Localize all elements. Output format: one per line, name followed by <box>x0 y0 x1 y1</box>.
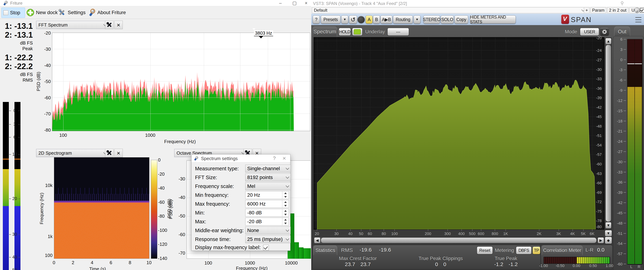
span-freq-tickmark <box>539 229 539 231</box>
span-freq-tick: 400 <box>456 231 467 236</box>
span-freq-tick: 6K <box>587 231 598 236</box>
fft-settings-button[interactable] <box>105 21 114 29</box>
span-db-tick: -48 <box>592 124 602 129</box>
tab-statistics[interactable]: Statistics <box>314 245 337 255</box>
span-freq-tick: 4K <box>567 231 578 236</box>
spin-down-button[interactable] <box>282 213 289 216</box>
correlation-bar <box>544 257 610 264</box>
routing-dropdown-button[interactable]: ▼ <box>414 15 420 24</box>
combo-value: 25 ms (Impulse) <box>247 236 283 242</box>
hold-button[interactable]: HOLD <box>339 28 351 36</box>
reaper-titlebar[interactable]: VST3: SPAN (Voxengo) - Track 4 "Aux Feed… <box>311 0 644 7</box>
tab-correlation-meter[interactable]: Correlation Meter <box>542 245 583 255</box>
routing-button[interactable]: Routing <box>393 15 413 24</box>
spin-up-button[interactable] <box>282 209 289 213</box>
combo-value: Mel <box>247 183 255 189</box>
io-button[interactable]: 2 in 2 out <box>607 7 628 13</box>
spin-down-button[interactable] <box>282 204 289 208</box>
tab-spectrum[interactable]: Spectrum <box>313 27 337 37</box>
spin-down-button[interactable] <box>282 222 289 225</box>
scroll-up-button[interactable]: ▲ <box>606 38 612 44</box>
reset-button[interactable]: Reset <box>477 246 493 254</box>
settings-gear-button[interactable] <box>600 28 609 36</box>
spectrogram-widget-selector[interactable]: 2D Spectrogram <box>36 149 109 157</box>
a-button[interactable]: A <box>366 15 372 24</box>
spin-up-button[interactable] <box>282 200 289 204</box>
fft-widget-selector[interactable]: FFT Spectrum <box>36 21 109 29</box>
dialog-combo-8[interactable]: 25 ms (Impulse) <box>245 235 290 243</box>
horizontal-scrollbar[interactable]: ◀ ▶ <box>314 237 604 244</box>
history-knob[interactable] <box>358 16 365 23</box>
spectrogram-close-button[interactable]: × <box>114 149 123 157</box>
scroll-left-button[interactable]: ◀ <box>314 237 320 243</box>
out-meter-tick: 3 <box>613 47 622 52</box>
presets-dropdown-button[interactable]: ▼ <box>341 15 348 24</box>
preset-value: Default <box>314 8 327 13</box>
pin-icon[interactable] <box>620 1 624 6</box>
spin-up-button[interactable] <box>282 218 289 222</box>
spin-up-button[interactable] <box>282 191 289 195</box>
wet-knob[interactable] <box>634 8 640 13</box>
preset-combo[interactable]: Default <box>312 7 586 13</box>
dialog-spinbox-5[interactable]: -80 dB <box>245 209 289 217</box>
settings-button[interactable]: Settings <box>56 8 87 18</box>
dialog-combo-7[interactable]: None <box>245 226 290 234</box>
stereo-button[interactable]: STEREO <box>424 15 440 24</box>
maximize-button[interactable]: ▢ <box>289 1 300 5</box>
spectrogram-ytick: 100 <box>44 253 52 258</box>
minimize-button[interactable]: – <box>275 1 286 5</box>
menu-hamburger-icon[interactable]: ——— <box>635 16 642 23</box>
spin-down-button[interactable] <box>282 195 289 199</box>
dialog-combo-1[interactable]: 8192 points <box>245 174 290 181</box>
dbfs-button[interactable]: DBFS <box>516 246 532 254</box>
solo-button[interactable]: SOLO <box>441 15 454 24</box>
dialog-spinbox-6[interactable]: -20 dB <box>245 218 289 225</box>
meter-scale-dash <box>9 111 11 111</box>
tab-out[interactable]: Out <box>614 27 630 37</box>
dialog-titlebar[interactable]: Spectrum settings ? × <box>192 155 290 162</box>
friture-titlebar[interactable]: Friture – ▢ × <box>0 0 311 6</box>
dialog-row-label: Max frequency: <box>195 201 230 207</box>
undo-button[interactable]: ↺ <box>349 15 357 24</box>
vertical-scrollbar[interactable]: ▲ ▼ <box>605 38 612 229</box>
scroll-down-button[interactable]: ▼ <box>606 222 612 228</box>
octave-bar <box>299 247 304 259</box>
fft-close-button[interactable]: × <box>114 21 123 29</box>
help-button[interactable]: ? <box>313 15 320 24</box>
dialog-combo-2[interactable]: Mel <box>245 182 290 190</box>
zoom-vertical-button[interactable]: ▼ <box>605 230 612 236</box>
about-label: About Friture <box>97 10 126 15</box>
presets-button[interactable]: Presets <box>321 15 340 24</box>
colorbar-tick: -20 <box>158 171 169 177</box>
about-button[interactable]: About Friture <box>87 8 128 18</box>
vertical-scrollbar-thumb[interactable] <box>606 45 611 222</box>
rms-label: RMS <box>341 247 353 253</box>
spectrum-color-swatch[interactable] <box>352 28 362 36</box>
preset-add-button[interactable]: + <box>584 7 590 13</box>
spectrogram-settings-button[interactable] <box>105 149 114 157</box>
dialog-close-button[interactable]: × <box>282 155 286 162</box>
fx-enable-checkbox[interactable] <box>640 8 644 13</box>
display-max-frequency-checkbox[interactable] <box>263 245 269 250</box>
close-button[interactable]: × <box>301 1 312 5</box>
dialog-help-button[interactable]: ? <box>273 156 276 161</box>
span-db-tick: -30 <box>592 67 602 72</box>
underlay-button[interactable]: --- <box>388 28 409 36</box>
dialog-spinbox-4[interactable]: 6000 Hz <box>245 200 289 208</box>
tp-button[interactable]: TP <box>532 246 540 254</box>
zoom-horizontal-button[interactable]: ◆ <box>605 237 612 244</box>
dialog-combo-0[interactable]: Single-channel <box>245 165 290 173</box>
copy-button[interactable]: Copy <box>454 15 468 24</box>
colorbar-tick: -140 <box>158 256 169 261</box>
a-to-b-button[interactable]: A▶B <box>380 15 392 24</box>
span-freq-tick: 40 <box>345 231 356 236</box>
b-button[interactable]: B <box>373 15 380 24</box>
hide-meters-button[interactable]: HIDE METERS AND STATS <box>470 15 516 24</box>
horizontal-scrollbar-thumb[interactable] <box>321 237 596 243</box>
new-dock-button[interactable]: New dock <box>25 8 60 18</box>
scroll-right-button[interactable]: ▶ <box>598 237 604 243</box>
mode-button[interactable]: USER <box>580 28 599 36</box>
param-button[interactable]: Param <box>590 7 606 13</box>
dialog-spinbox-3[interactable]: 20 Hz <box>245 191 289 199</box>
stop-button[interactable]: Stop <box>2 8 25 18</box>
